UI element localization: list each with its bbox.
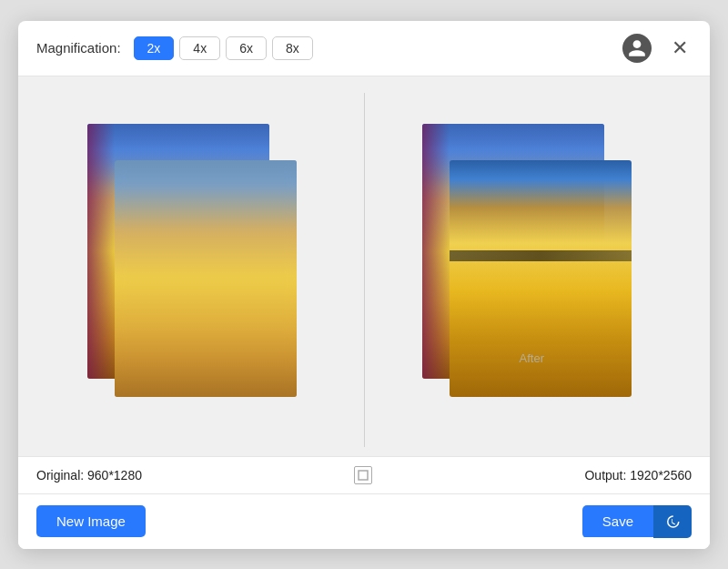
new-image-button[interactable]: New Image: [36, 505, 146, 537]
panel-divider: [364, 93, 365, 447]
output-image-stack: [422, 124, 641, 415]
close-button[interactable]: ✕: [668, 38, 692, 58]
original-image-front: [115, 160, 297, 397]
info-bar: Original: 960*1280 Output: 1920*2560: [18, 456, 710, 493]
mag-8x-button[interactable]: 8x: [272, 36, 313, 60]
mag-6x-button[interactable]: 6x: [226, 36, 267, 60]
original-panel: [33, 93, 360, 447]
svg-rect-0: [359, 471, 368, 480]
user-avatar-button[interactable]: [622, 34, 652, 63]
mag-2x-button[interactable]: 2x: [134, 36, 175, 60]
bar-detail-line: [450, 250, 632, 261]
save-history-button[interactable]: [653, 505, 692, 538]
magnification-label: Magnification:: [36, 40, 121, 56]
sync-icon[interactable]: [354, 466, 372, 484]
bar-overlay-right: [422, 124, 450, 379]
bar-overlay-left: [87, 124, 115, 379]
mag-4x-button[interactable]: 4x: [179, 36, 220, 60]
magnification-buttons: 2x 4x 6x 8x: [134, 36, 313, 60]
save-group: Save: [582, 505, 692, 538]
output-image-front: [450, 160, 632, 397]
header: Magnification: 2x 4x 6x 8x ✕: [18, 21, 710, 76]
output-image-front-bg: [450, 160, 632, 397]
footer: New Image Save: [18, 493, 710, 549]
original-info: Original: 960*1280: [36, 468, 142, 483]
save-button[interactable]: Save: [582, 505, 653, 537]
history-icon: [664, 513, 681, 530]
main-dialog: Magnification: 2x 4x 6x 8x ✕: [18, 21, 710, 549]
output-panel: After: [369, 93, 696, 447]
blur-overlay: [115, 160, 297, 397]
original-image-front-bg: [115, 160, 297, 397]
sync-square-icon: [358, 470, 369, 481]
user-icon: [627, 38, 647, 58]
output-info: Output: 1920*2560: [584, 468, 692, 483]
original-image-stack: [87, 124, 306, 415]
content-area: After: [18, 76, 710, 456]
